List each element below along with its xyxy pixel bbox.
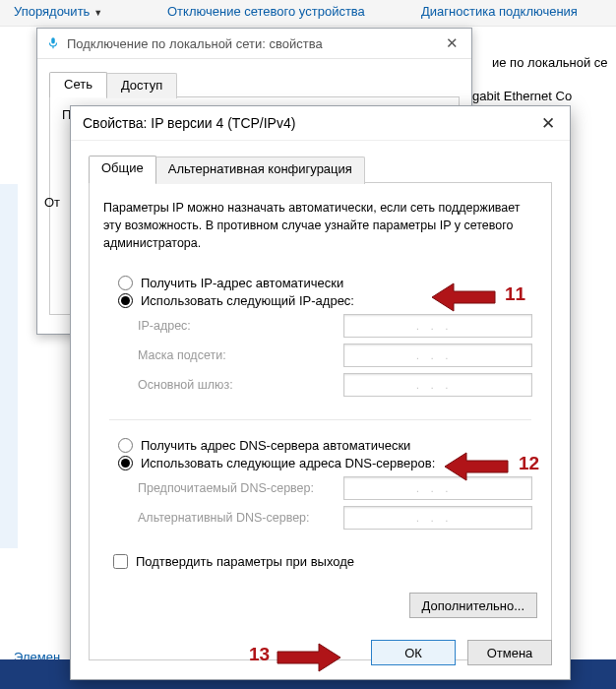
dialog-titlebar[interactable]: Свойства: IP версии 4 (TCP/IPv4) ✕: [71, 106, 570, 141]
input-alt-dns[interactable]: ...: [343, 506, 532, 530]
lan-title: Подключение по локальной сети: свойства: [67, 36, 323, 51]
toolbar-organize[interactable]: Упорядочить▼: [14, 4, 102, 19]
lan-side-label: От: [44, 195, 60, 210]
divider: [109, 419, 531, 420]
label-pref-dns: Предпочитаемый DNS-сервер:: [138, 481, 343, 495]
dialog-button-row: ОК Отмена: [371, 640, 552, 665]
ipv4-properties-dialog: Свойства: IP версии 4 (TCP/IPv4) ✕ Общие…: [70, 105, 571, 680]
input-subnet-mask[interactable]: ...: [343, 344, 532, 367]
tab-general[interactable]: Общие: [89, 156, 156, 183]
lan-tab-access[interactable]: Доступ: [106, 73, 177, 98]
label-subnet-mask: Маска подсети:: [138, 348, 343, 362]
dialog-panel: Параметры IP можно назначать автоматичес…: [89, 182, 552, 660]
dialog-close-button[interactable]: ✕: [526, 106, 570, 140]
dialog-tabs: Общие Альтернативная конфигурация: [89, 155, 570, 182]
ip-description: Параметры IP можно назначать автоматичес…: [103, 199, 537, 252]
row-alt-dns: Альтернативный DNS-сервер: ...: [108, 506, 532, 530]
lan-tab-network[interactable]: Сеть: [49, 72, 107, 97]
tab-alternate-config[interactable]: Альтернативная конфигурация: [155, 157, 365, 184]
connection-icon: [46, 36, 60, 50]
label-gateway: Основной шлюз:: [138, 378, 343, 392]
bg-text-connection: ие по локальной се: [492, 55, 608, 70]
bg-text-adapter: Gigabit Ethernet Co: [460, 89, 572, 103]
explorer-toolbar: Упорядочить▼ Отключение сетевого устройс…: [0, 0, 616, 27]
ok-button[interactable]: ОК: [371, 640, 456, 665]
checkbox-validate[interactable]: Подтвердить параметры при выходе: [103, 554, 537, 569]
radio-ip-manual[interactable]: Использовать следующий IP-адрес:: [108, 293, 532, 308]
row-ip-address: IP-адрес: ...: [108, 314, 532, 338]
lan-tabs: Сеть Доступ: [49, 71, 471, 96]
row-subnet-mask: Маска подсети: ...: [108, 344, 532, 367]
lan-close-button[interactable]: ✕: [432, 31, 471, 56]
label-ip-address: IP-адрес:: [138, 319, 343, 333]
input-gateway[interactable]: ...: [343, 373, 532, 397]
input-ip-address[interactable]: ...: [343, 314, 532, 338]
radio-dns-manual[interactable]: Использовать следующие адреса DNS-сервер…: [108, 456, 532, 470]
input-pref-dns[interactable]: ...: [343, 476, 532, 500]
dialog-title: Свойства: IP версии 4 (TCP/IPv4): [83, 115, 295, 131]
radio-ip-auto[interactable]: Получить IP-адрес автоматически: [108, 276, 532, 290]
radio-dns-auto[interactable]: Получить адрес DNS-сервера автоматически: [108, 438, 532, 453]
toolbar-diagnose[interactable]: Диагностика подключения: [421, 4, 578, 19]
advanced-button[interactable]: Дополнительно...: [409, 593, 537, 618]
toolbar-disable[interactable]: Отключение сетевого устройства: [167, 4, 365, 19]
label-alt-dns: Альтернативный DNS-сервер:: [138, 511, 343, 525]
row-pref-dns: Предпочитаемый DNS-сервер: ...: [108, 476, 532, 500]
lan-titlebar[interactable]: Подключение по локальной сети: свойства …: [37, 29, 471, 59]
svg-rect-0: [51, 37, 55, 43]
row-gateway: Основной шлюз: ...: [108, 373, 532, 397]
ip-group: Получить IP-адрес автоматически Использо…: [103, 266, 537, 411]
dns-group: Получить адрес DNS-сервера автоматически…: [103, 428, 537, 544]
cancel-button[interactable]: Отмена: [467, 640, 552, 665]
selection-strip: [0, 184, 18, 548]
